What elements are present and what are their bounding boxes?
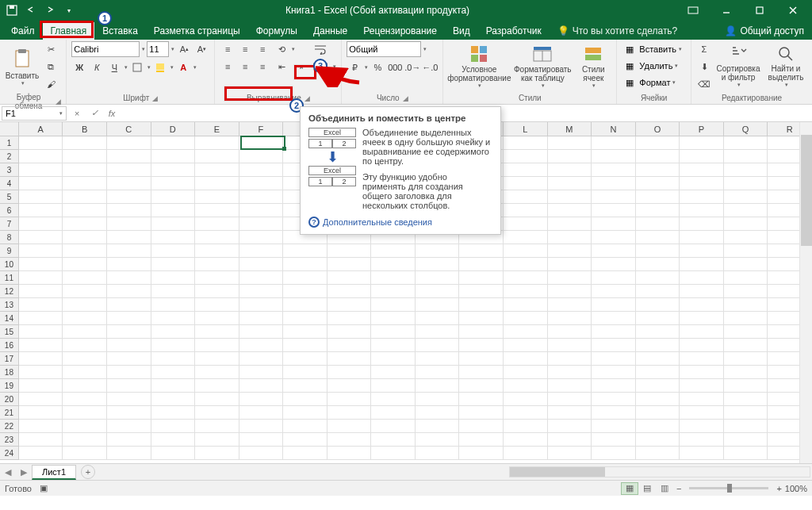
redo-icon[interactable] <box>41 2 59 19</box>
cell[interactable] <box>63 298 107 312</box>
format-cells-button[interactable]: ▦ Формат▾ <box>622 75 680 90</box>
cell[interactable] <box>107 379 151 393</box>
cell[interactable] <box>724 433 768 447</box>
cell[interactable] <box>459 298 504 312</box>
cell[interactable] <box>680 433 724 447</box>
cell[interactable] <box>548 312 592 325</box>
cell[interactable] <box>239 393 284 406</box>
cell[interactable] <box>636 352 680 366</box>
cell[interactable] <box>459 352 504 366</box>
cell[interactable] <box>107 271 151 285</box>
cell[interactable] <box>680 339 724 352</box>
cell[interactable] <box>724 285 768 298</box>
percent-icon[interactable]: % <box>370 59 385 75</box>
cell[interactable] <box>548 325 592 339</box>
cell[interactable] <box>724 177 768 190</box>
cell[interactable] <box>504 312 548 325</box>
cell[interactable] <box>63 136 107 150</box>
sheet-nav-next-icon[interactable]: ▶ <box>16 467 32 477</box>
cell[interactable] <box>724 325 768 339</box>
cell[interactable] <box>504 393 548 406</box>
align-left-icon[interactable]: ≡ <box>220 59 236 75</box>
cell[interactable] <box>107 204 151 217</box>
cell[interactable] <box>283 285 327 298</box>
cell[interactable] <box>195 136 239 150</box>
cell[interactable] <box>283 258 327 271</box>
cell[interactable] <box>416 393 460 406</box>
cell[interactable] <box>416 285 460 298</box>
cell[interactable] <box>548 150 592 163</box>
cell[interactable] <box>63 433 107 447</box>
cell[interactable] <box>592 231 636 244</box>
cell[interactable] <box>459 433 504 447</box>
cell[interactable] <box>107 339 151 352</box>
cell[interactable] <box>636 379 680 393</box>
cell[interactable] <box>504 379 548 393</box>
column-header[interactable]: N <box>592 122 636 136</box>
cell[interactable] <box>680 204 724 217</box>
cell[interactable] <box>416 406 460 420</box>
cell[interactable] <box>283 244 327 258</box>
increase-font-icon[interactable]: A▴ <box>176 41 192 57</box>
cell[interactable] <box>371 393 416 406</box>
cell[interactable] <box>548 447 592 460</box>
cell[interactable] <box>19 312 63 325</box>
cell[interactable] <box>107 420 151 433</box>
close-icon[interactable] <box>777 0 809 21</box>
decrease-indent-icon[interactable]: ⇤ <box>274 59 289 75</box>
cell[interactable] <box>636 217 680 231</box>
cell[interactable] <box>504 352 548 366</box>
cell[interactable] <box>239 244 284 258</box>
cell[interactable] <box>592 271 636 285</box>
cell[interactable] <box>151 231 196 244</box>
cell[interactable] <box>239 298 284 312</box>
cell[interactable] <box>151 190 196 204</box>
cell[interactable] <box>724 339 768 352</box>
cell[interactable] <box>107 177 151 190</box>
cell[interactable] <box>548 420 592 433</box>
cell[interactable] <box>504 190 548 204</box>
cell[interactable] <box>680 231 724 244</box>
cell[interactable] <box>680 244 724 258</box>
number-format-dropdown-icon[interactable]: ▾ <box>423 46 427 52</box>
cell[interactable] <box>680 163 724 177</box>
cell[interactable] <box>636 136 680 150</box>
cell[interactable] <box>504 231 548 244</box>
cell[interactable] <box>327 244 372 258</box>
cell[interactable] <box>195 406 239 420</box>
cell[interactable] <box>283 312 327 325</box>
font-name-input[interactable] <box>71 41 140 57</box>
cell[interactable] <box>239 420 284 433</box>
cell[interactable] <box>195 379 239 393</box>
cell[interactable] <box>680 258 724 271</box>
cell[interactable] <box>371 325 416 339</box>
cell[interactable] <box>636 298 680 312</box>
cell[interactable] <box>195 204 239 217</box>
cell[interactable] <box>327 379 372 393</box>
cell[interactable] <box>724 217 768 231</box>
page-break-view-icon[interactable]: ▥ <box>656 482 673 495</box>
cell-styles-button[interactable]: Стили ячеек▾ <box>575 41 611 90</box>
cell[interactable] <box>459 244 504 258</box>
cell[interactable] <box>239 433 284 447</box>
cell[interactable] <box>548 258 592 271</box>
cell[interactable] <box>239 285 284 298</box>
cell[interactable] <box>283 379 327 393</box>
cell[interactable] <box>724 244 768 258</box>
cell[interactable] <box>371 433 416 447</box>
cell[interactable] <box>63 190 107 204</box>
cell[interactable] <box>459 271 504 285</box>
cell[interactable] <box>680 150 724 163</box>
cell[interactable] <box>504 150 548 163</box>
row-header[interactable]: 17 <box>0 352 19 366</box>
cell[interactable] <box>680 285 724 298</box>
cell[interactable] <box>636 406 680 420</box>
cell[interactable] <box>107 393 151 406</box>
new-sheet-icon[interactable]: + <box>81 465 95 479</box>
font-launcher-icon[interactable]: ◢ <box>152 94 158 102</box>
cell[interactable] <box>504 177 548 190</box>
cell[interactable] <box>680 190 724 204</box>
cell[interactable] <box>107 298 151 312</box>
cell[interactable] <box>19 204 63 217</box>
cell[interactable] <box>151 447 196 460</box>
